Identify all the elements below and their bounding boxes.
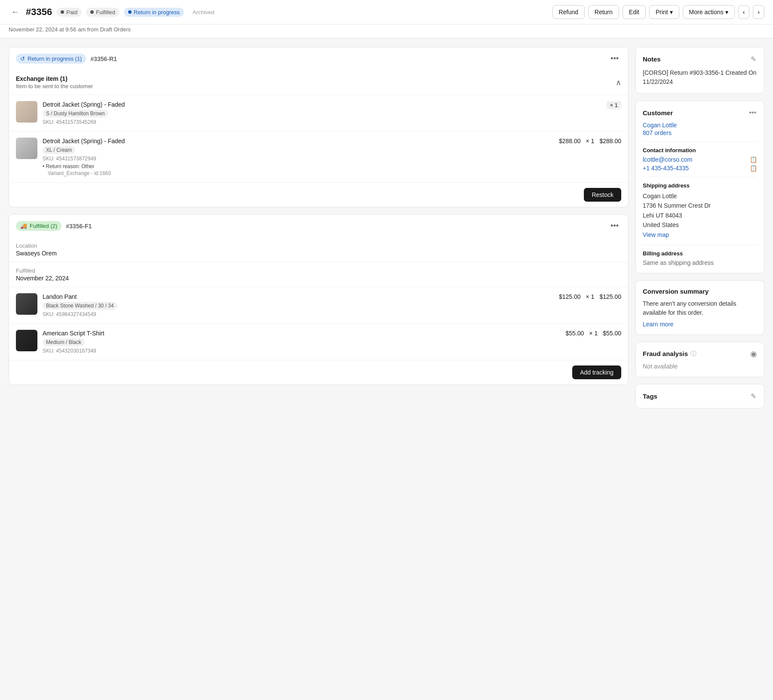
paid-label: Paid [66, 9, 77, 15]
conversion-title: Conversion summary [643, 288, 709, 295]
contact-info-label: Contact information [643, 147, 757, 154]
return-more-button[interactable]: ••• [608, 53, 621, 64]
fulfilled-item-1-row: Landon Pant Black Stone Washed / 30 / 34… [9, 287, 628, 324]
return-pricing: $288.00 × 1 $288.00 [559, 138, 621, 144]
tshirt-total: $55.00 [603, 330, 621, 337]
right-column: Notes ✎ [CORSO] Return #903-3356-1 Creat… [635, 47, 764, 408]
return-variant-tag: XL / Cream [43, 146, 75, 154]
tshirt-image [16, 330, 37, 351]
print-button[interactable]: Print ▾ [649, 5, 679, 19]
exchange-subtitle: Item to be sent to the customer [16, 83, 93, 89]
fulfilled-date-info: Fulfilled November 22, 2024 [9, 262, 628, 287]
exchange-product-info: Detroit Jacket (Spring) - Faded S / Dust… [43, 101, 601, 125]
exchange-chevron[interactable]: ∧ [616, 78, 621, 87]
return-total: $288.00 [599, 138, 621, 144]
email-row: lcottle@corso.com 📋 [643, 156, 757, 163]
next-order-button[interactable]: › [753, 5, 764, 19]
fulfilled-dot [90, 10, 94, 14]
return-icon: ↺ [20, 55, 25, 62]
return-status-pill: ↺ Return in progress (1) [16, 54, 86, 64]
fulfilled-status-label: Fulfilled (2) [30, 223, 57, 229]
landon-img-placeholder [16, 293, 37, 315]
address-line2: 1736 N Summer Crest Dr [643, 201, 757, 210]
landon-total: $125.00 [599, 293, 621, 300]
paid-dot [61, 10, 64, 14]
badge-archived: Archived [188, 8, 219, 17]
subtitle-text: November 22, 2024 at 9:56 am from Draft … [9, 26, 131, 33]
copy-email-button[interactable]: 📋 [750, 156, 757, 163]
tshirt-img-placeholder [16, 330, 37, 351]
exchange-section-header: Exchange item (1) Item to be sent to the… [9, 70, 628, 95]
customer-divider-2 [643, 177, 757, 177]
exchange-title: Exchange item (1) [16, 75, 93, 82]
fraud-card: Fraud analysis ⓘ ◉ Not available [635, 342, 764, 377]
main-layout: ↺ Return in progress (1) #3356-R1 ••• Ex… [0, 38, 773, 417]
badge-fulfilled: Fulfilled [86, 8, 120, 17]
exchange-img-placeholder [16, 101, 37, 123]
phone-row: +1 435-435-4335 📋 [643, 165, 757, 172]
add-tracking-button[interactable]: Add tracking [572, 365, 621, 379]
customer-phone-link[interactable]: +1 435-435-4335 [643, 165, 689, 172]
landon-pant-image [16, 293, 37, 315]
return-card: ↺ Return in progress (1) #3356-R1 ••• Ex… [9, 47, 629, 207]
customer-orders-link[interactable]: 807 orders [643, 129, 757, 136]
return-reason: • Return reason: Other [43, 163, 554, 169]
edit-button[interactable]: Edit [623, 5, 646, 19]
fraud-title-area: Fraud analysis ⓘ [643, 350, 696, 358]
tshirt-pricing: $55.00 × 1 $55.00 [565, 330, 621, 337]
fulfilled-order-ref: #3356-F1 [66, 223, 92, 230]
back-button[interactable]: ← [9, 7, 21, 18]
more-actions-button[interactable]: More actions ▾ [683, 5, 735, 19]
fulfilled-label: Fulfilled [96, 9, 115, 15]
fulfilled-date: November 22, 2024 [16, 275, 621, 282]
badge-return: Return in progress [124, 8, 184, 17]
fulfilled-status-pill: 🚚 Fulfilled (2) [16, 221, 61, 231]
conversion-card: Conversion summary There aren't any conv… [635, 280, 764, 335]
conversion-header: Conversion summary [643, 288, 757, 295]
fulfilled-card-header: 🚚 Fulfilled (2) #3356-F1 ••• [9, 215, 628, 237]
tags-title: Tags [643, 393, 657, 400]
customer-email-link[interactable]: lcottle@corso.com [643, 156, 692, 163]
customer-more-button[interactable]: ••• [748, 108, 757, 117]
notes-content: [CORSO] Return #903-3356-1 Created On 11… [643, 68, 757, 86]
customer-name-link[interactable]: Cogan Lottle [643, 122, 677, 129]
fraud-info-icon: ⓘ [690, 350, 696, 358]
tags-card: Tags ✎ [635, 384, 764, 408]
landon-pricing: $125.00 × 1 $125.00 [559, 293, 621, 300]
tags-edit-button[interactable]: ✎ [750, 391, 757, 401]
fulfilled-more-button[interactable]: ••• [608, 221, 621, 231]
tshirt-variant-tag: Medium / Black [43, 338, 85, 346]
exchange-product-sku: SKU: 45431573545269 [43, 119, 601, 125]
prev-order-button[interactable]: ‹ [738, 5, 750, 19]
exchange-product-name: Detroit Jacket (Spring) - Faded [43, 101, 601, 108]
return-button[interactable]: Return [588, 5, 619, 19]
fulfilled-item-2-row: American Script T-Shirt Medium / Black S… [9, 324, 628, 360]
customer-title: Customer [643, 109, 673, 117]
customer-header: Customer ••• [643, 108, 757, 117]
exchange-qty-badge: × 1 [607, 101, 621, 109]
conversion-content: There aren't any conversion details avai… [643, 299, 757, 317]
tshirt-price: $55.00 [565, 330, 584, 337]
return-product-sku: SKU: 45431573872949 [43, 156, 554, 162]
address-line4: United States [643, 220, 757, 230]
notes-edit-button[interactable]: ✎ [750, 54, 757, 64]
return-header-left: ↺ Return in progress (1) #3356-R1 [16, 54, 117, 64]
exchange-variant-tag: S / Dusty Hamilton Brown [43, 110, 108, 117]
notes-title: Notes [643, 55, 661, 63]
refund-button[interactable]: Refund [552, 5, 585, 19]
fulfilled-card: 🚚 Fulfilled (2) #3356-F1 ••• Location Sw… [9, 214, 629, 385]
address-line1: Cogan Lottle [643, 191, 757, 201]
tshirt-info: American Script T-Shirt Medium / Black S… [43, 330, 560, 354]
restock-button[interactable]: Restock [584, 188, 621, 202]
return-product-info: Detroit Jacket (Spring) - Faded XL / Cre… [43, 138, 554, 176]
fulfilled-header-left: 🚚 Fulfilled (2) #3356-F1 [16, 221, 92, 231]
return-img-placeholder [16, 138, 37, 159]
shipping-address: Cogan Lottle 1736 N Summer Crest Dr Lehi… [643, 191, 757, 239]
exchange-section-info: Exchange item (1) Item to be sent to the… [16, 75, 93, 89]
fraud-eye-button[interactable]: ◉ [750, 349, 757, 359]
view-map-link[interactable]: View map [643, 231, 669, 238]
learn-more-link[interactable]: Learn more [643, 321, 674, 328]
return-dot [128, 10, 132, 14]
notes-header: Notes ✎ [643, 54, 757, 64]
copy-phone-button[interactable]: 📋 [750, 165, 757, 172]
